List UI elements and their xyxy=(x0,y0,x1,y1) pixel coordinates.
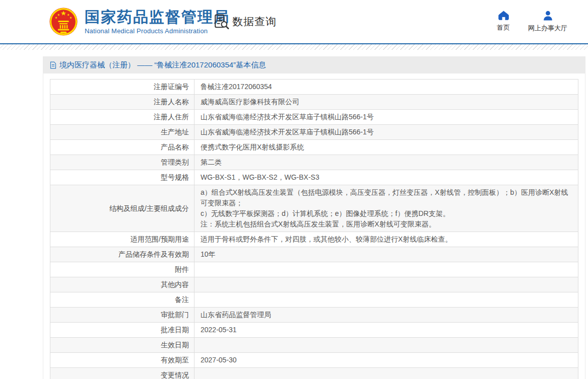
row-label: 产品储存条件及有效期 xyxy=(50,247,194,262)
table-row: 附件 xyxy=(50,262,578,277)
table-row: 变更情况 xyxy=(50,368,578,379)
content-panel: 境内医疗器械（注册） —— “鲁械注准20172060354”基本信息 注册证编… xyxy=(43,56,585,379)
table-row: 生产地址山东省威海临港经济技术开发区草庙子镇棋山路566-1号 xyxy=(50,125,578,140)
data-query-label: 数据查询 xyxy=(232,15,277,29)
home-icon xyxy=(498,11,509,20)
site-title-block: 国家药品监督管理局 National Medical Products Admi… xyxy=(85,9,230,35)
site-header: 国家药品监督管理局 National Medical Products Admi… xyxy=(0,0,588,44)
registration-table-body: 注册证编号鲁械注准20172060354注册人名称威海威高医疗影像科技有限公司注… xyxy=(50,80,578,379)
row-label: 注册证编号 xyxy=(50,80,194,95)
user-icon xyxy=(543,11,553,21)
row-label: 产品名称 xyxy=(50,140,194,155)
row-label: 结构及组成/主要组成成分 xyxy=(50,185,194,232)
site-title: 国家药品监督管理局 xyxy=(85,9,230,26)
table-row: 产品名称便携式数字化医用X射线摄影系统 xyxy=(50,140,578,155)
table-row: 注册证编号鲁械注准20172060354 xyxy=(50,80,578,95)
breadcrumb-title: 境内医疗器械（注册） —— “鲁械注准20172060354”基本信息 xyxy=(59,60,266,70)
row-value: a）组合式X射线高压发生装置（包括电源模块，高压变压器，灯丝变压器，X射线管，控… xyxy=(194,185,578,232)
site-subtitle: National Medical Products Administration xyxy=(85,27,230,35)
row-label: 管理类别 xyxy=(50,155,194,170)
row-label: 其他内容 xyxy=(50,277,194,292)
row-label: 生产地址 xyxy=(50,125,194,140)
table-row: 备注 xyxy=(50,292,578,308)
row-value xyxy=(194,368,578,379)
table-row: 注册人住所山东省威海临港经济技术开发区草庙子镇棋山路566-1号 xyxy=(50,110,578,125)
row-label: 注册人名称 xyxy=(50,95,194,110)
header-nav: 首页 网上办事大厅 xyxy=(497,11,567,33)
row-value: 山东省威海临港经济技术开发区草庙子镇棋山路566-1号 xyxy=(194,110,578,125)
registration-table: 注册证编号鲁械注准20172060354注册人名称威海威高医疗影像科技有限公司注… xyxy=(50,79,578,379)
row-label: 附件 xyxy=(50,262,194,277)
row-value: 山东省威海临港经济技术开发区草庙子镇棋山路566-1号 xyxy=(194,125,578,140)
row-label: 备注 xyxy=(50,292,194,308)
table-row: 有效期至2027-05-30 xyxy=(50,353,578,368)
row-label: 审批部门 xyxy=(50,308,194,323)
national-emblem-icon xyxy=(49,7,78,36)
table-row: 结构及组成/主要组成成分a）组合式X射线高压发生装置（包括电源模块，高压变压器，… xyxy=(50,185,578,232)
row-value xyxy=(194,292,578,308)
nav-service-hall-label: 网上办事大厅 xyxy=(528,24,567,33)
breadcrumb-bar: 境内医疗器械（注册） —— “鲁械注准20172060354”基本信息 xyxy=(43,57,585,73)
nav-home[interactable]: 首页 xyxy=(497,11,510,33)
nav-service-hall[interactable]: 网上办事大厅 xyxy=(528,11,567,33)
row-label: 变更情况 xyxy=(50,368,194,379)
table-row: 其他内容 xyxy=(50,277,578,292)
table-row: 产品储存条件及有效期10年 xyxy=(50,247,578,262)
row-label: 注册人住所 xyxy=(50,110,194,125)
row-value xyxy=(194,338,578,353)
row-value: 2027-05-30 xyxy=(194,353,578,368)
data-query-tab[interactable]: 数据查询 xyxy=(214,14,277,30)
row-value: 第二类 xyxy=(194,155,578,170)
table-row: 适用范围/预期用途适用于骨科或野外条件下，对四肢，或其他较小、较薄部位进行X射线… xyxy=(50,232,578,247)
nav-home-label: 首页 xyxy=(497,23,510,32)
table-row: 生效日期 xyxy=(50,338,578,353)
row-label: 型号规格 xyxy=(50,170,194,185)
table-row: 审批部门山东省药品监督管理局 xyxy=(50,308,578,323)
row-label: 适用范围/预期用途 xyxy=(50,232,194,247)
hatch-divider xyxy=(0,44,588,50)
row-value: 山东省药品监督管理局 xyxy=(194,308,578,323)
table-row: 批准日期2022-05-31 xyxy=(50,323,578,338)
row-value: 10年 xyxy=(194,247,578,262)
table-row: 注册人名称威海威高医疗影像科技有限公司 xyxy=(50,95,578,110)
table-row: 型号规格WG-BX-S1，WG-BX-S2，WG-BX-S3 xyxy=(50,170,578,185)
row-label: 批准日期 xyxy=(50,323,194,338)
row-label: 有效期至 xyxy=(50,353,194,368)
page-icon xyxy=(50,61,56,69)
table-row: 管理类别第二类 xyxy=(50,155,578,170)
doc-search-icon xyxy=(214,14,230,30)
row-value: 2022-05-31 xyxy=(194,323,578,338)
row-value: 适用于骨科或野外条件下，对四肢，或其他较小、较薄部位进行X射线临床检查。 xyxy=(194,232,578,247)
row-value: 威海威高医疗影像科技有限公司 xyxy=(194,95,578,110)
row-value: WG-BX-S1，WG-BX-S2，WG-BX-S3 xyxy=(194,170,578,185)
row-value xyxy=(194,277,578,292)
row-value: 鲁械注准20172060354 xyxy=(194,80,578,95)
row-value xyxy=(194,262,578,277)
row-value: 便携式数字化医用X射线摄影系统 xyxy=(194,140,578,155)
nmpa-logo[interactable] xyxy=(49,7,78,36)
row-label: 生效日期 xyxy=(50,338,194,353)
